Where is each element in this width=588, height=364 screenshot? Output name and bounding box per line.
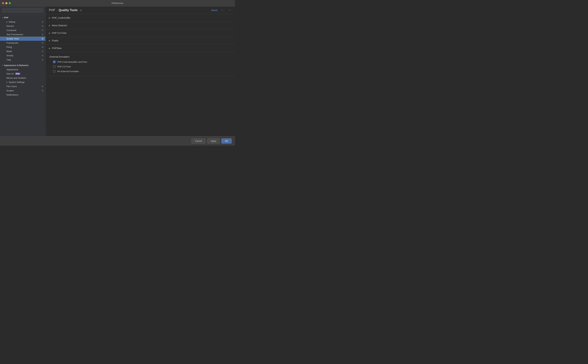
search-wrapper: ⌕ — [2, 8, 43, 13]
search-input[interactable] — [2, 8, 43, 13]
back-button[interactable]: ← — [220, 8, 225, 12]
sidebar-item-quality-tools[interactable]: Quality Tools ⊞ — [0, 37, 45, 41]
phpstan-header[interactable]: ▶ PHPStan — [46, 45, 235, 52]
sidebar-item-phing[interactable]: Phing ⊞ — [0, 45, 45, 49]
breadcrumb-parent[interactable]: PHP — [49, 8, 55, 12]
content-header: PHP › Quality Tools ⊟ Reset ← → — [46, 6, 235, 14]
cancel-button[interactable]: Cancel — [191, 138, 205, 143]
sidebar-item-appearance[interactable]: Appearance — [0, 67, 45, 72]
sidebar-item-blade[interactable]: Blade ⊞ — [0, 49, 45, 53]
breadcrumb-current: Quality Tools — [59, 8, 78, 12]
smarty-label: Smarty — [7, 54, 13, 57]
new-ui-label: New UI — [7, 72, 14, 75]
radio-cs-fixer-label: PHP CS Fixer — [57, 65, 71, 68]
sidebar-item-system-settings[interactable]: ▶ System Settings — [0, 80, 45, 84]
sidebar-item-menus-toolbars[interactable]: Menus and Toolbars — [0, 76, 45, 80]
sidebar-item-servers[interactable]: Servers ⊞ — [0, 24, 45, 28]
notifications-label: Notifications — [7, 93, 18, 96]
sidebar-item-frameworks[interactable]: Frameworks ⊞ — [0, 41, 45, 45]
sidebar-group-php[interactable]: ▾ PHP — [0, 15, 45, 20]
minimize-button[interactable] — [5, 2, 7, 4]
external-formatters-section: External formatters PHP Code Beautifier … — [46, 52, 235, 76]
php-codesniffer-chevron: ▶ — [49, 17, 50, 19]
debug-icon: ⊞ — [42, 21, 43, 23]
quality-tools-icon: ⊞ — [42, 38, 43, 40]
section-php-cs-fixer: ▶ PHP CS Fixer — [46, 29, 235, 37]
phpstan-title: PHPStan — [52, 47, 62, 50]
content-area: PHP › Quality Tools ⊟ Reset ← → ▶ PHP_Co… — [46, 6, 235, 146]
radio-item-beautifier[interactable]: PHP Code Beautifier and Fixer — [53, 60, 231, 63]
titlebar: Preferences — [0, 0, 235, 6]
radio-no-formatter-circle — [53, 70, 56, 73]
php-group-label: PHP — [4, 16, 8, 19]
php-codesniffer-title: PHP_CodeSniffer — [52, 17, 71, 19]
breadcrumb-separator: › — [57, 9, 57, 12]
blade-icon: ⊞ — [42, 50, 43, 52]
sidebar-item-smarty[interactable]: Smarty ⊞ — [0, 53, 45, 58]
sidebar-item-file-colors[interactable]: File Colors ⊞ — [0, 84, 45, 89]
php-cs-fixer-title: PHP CS Fixer — [52, 32, 67, 34]
system-settings-chevron: ▶ — [7, 81, 8, 83]
appearance-label: Appearance — [7, 68, 18, 71]
close-button[interactable] — [2, 2, 4, 4]
section-psalm: ▶ Psalm — [46, 37, 235, 45]
phing-label: Phing — [7, 46, 12, 48]
search-bar: ⌕ — [0, 6, 45, 14]
main-container: ⌕ ▾ PHP ▶ Debug ⊞ Servers ⊞ Composer ⊞ — [0, 6, 235, 146]
footer: Cancel Apply OK — [0, 136, 235, 146]
mess-detector-title: Mess Detector — [52, 24, 67, 27]
menus-toolbars-label: Menus and Toolbars — [7, 77, 26, 79]
breadcrumb-menu-icon[interactable]: ⊟ — [80, 9, 82, 12]
appearance-group-label: Appearance & Behavior — [4, 64, 29, 66]
sidebar-item-twig[interactable]: Twig ⊞ — [0, 58, 45, 62]
php-cs-fixer-header[interactable]: ▶ PHP CS Fixer — [46, 29, 235, 37]
radio-no-formatter-label: No External Formatter — [57, 70, 79, 73]
section-phpstan: ▶ PHPStan — [46, 45, 235, 52]
radio-item-no-formatter[interactable]: No External Formatter — [53, 70, 231, 73]
twig-icon: ⊞ — [42, 59, 43, 61]
ok-button[interactable]: OK — [221, 138, 232, 143]
servers-icon: ⊞ — [42, 25, 43, 27]
window-controls — [2, 2, 11, 4]
sidebar-item-new-ui[interactable]: New UI Beta — [0, 72, 45, 76]
breadcrumb: PHP › Quality Tools ⊟ — [49, 8, 211, 12]
sidebar: ⌕ ▾ PHP ▶ Debug ⊞ Servers ⊞ Composer ⊞ — [0, 6, 46, 146]
radio-group: PHP Code Beautifier and Fixer PHP CS Fix… — [50, 60, 231, 73]
smarty-icon: ⊞ — [42, 54, 43, 57]
sidebar-item-notifications[interactable]: Notifications — [0, 93, 45, 97]
mess-detector-header[interactable]: ▶ Mess Detector — [46, 22, 235, 29]
psalm-header[interactable]: ▶ Psalm — [46, 37, 235, 44]
radio-cs-fixer-circle — [53, 65, 56, 68]
appearance-group-chevron: ▾ — [2, 64, 3, 66]
psalm-title: Psalm — [52, 39, 59, 42]
twig-label: Twig — [7, 58, 11, 61]
sidebar-content: ▾ PHP ▶ Debug ⊞ Servers ⊞ Composer ⊞ Tes… — [0, 14, 45, 146]
radio-item-cs-fixer[interactable]: PHP CS Fixer — [53, 65, 231, 68]
frameworks-icon: ⊞ — [42, 42, 43, 44]
sidebar-item-scopes[interactable]: Scopes ⊞ — [0, 89, 45, 93]
debug-chevron: ▶ — [7, 21, 8, 23]
sidebar-item-test-frameworks[interactable]: Test Frameworks ⊞ — [0, 32, 45, 37]
sidebar-group-appearance[interactable]: ▾ Appearance & Behavior — [0, 63, 45, 67]
file-colors-icon: ⊞ — [42, 85, 43, 87]
blade-label: Blade — [7, 50, 12, 52]
system-settings-label: System Settings — [9, 81, 25, 83]
composer-icon: ⊞ — [42, 29, 43, 31]
apply-button[interactable]: Apply — [207, 138, 220, 143]
php-codesniffer-header[interactable]: ▶ PHP_CodeSniffer — [46, 14, 235, 22]
reset-button[interactable]: Reset — [211, 9, 217, 12]
maximize-button[interactable] — [9, 2, 11, 4]
forward-button[interactable]: → — [227, 8, 232, 12]
content-body: ▶ PHP_CodeSniffer ▶ Mess Detector ▶ PHP … — [46, 14, 235, 146]
quality-tools-label: Quality Tools — [7, 37, 19, 40]
sidebar-item-debug[interactable]: ▶ Debug ⊞ — [0, 20, 45, 24]
frameworks-label: Frameworks — [7, 42, 19, 44]
composer-label: Composer — [7, 29, 17, 32]
phpstan-chevron: ▶ — [49, 47, 50, 49]
radio-beautifier-label: PHP Code Beautifier and Fixer — [57, 61, 87, 63]
section-mess-detector: ▶ Mess Detector — [46, 22, 235, 29]
sidebar-item-composer[interactable]: Composer ⊞ — [0, 28, 45, 32]
phing-icon: ⊞ — [42, 46, 43, 48]
section-php-codesniffer: ▶ PHP_CodeSniffer — [46, 14, 235, 22]
window-title: Preferences — [111, 2, 123, 4]
